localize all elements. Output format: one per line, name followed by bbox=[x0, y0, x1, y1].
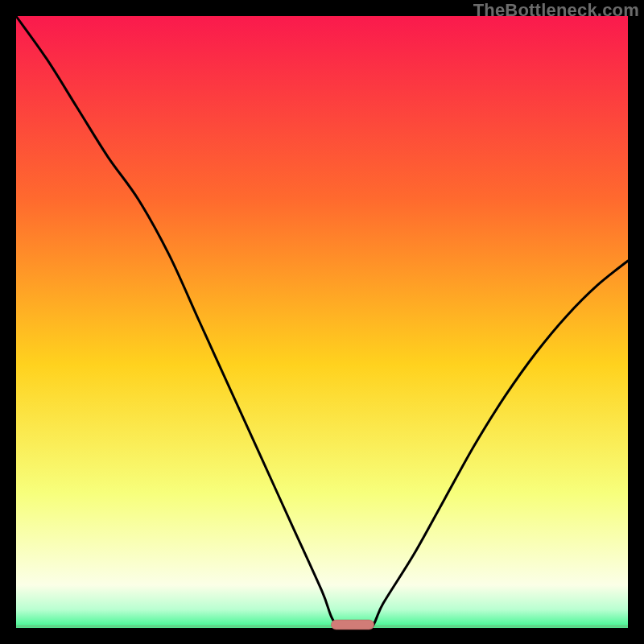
chart-svg bbox=[16, 16, 628, 628]
optimal-marker bbox=[331, 620, 374, 630]
chart-frame: TheBottleneck.com bbox=[0, 0, 644, 644]
bottleneck-curve bbox=[16, 16, 628, 630]
